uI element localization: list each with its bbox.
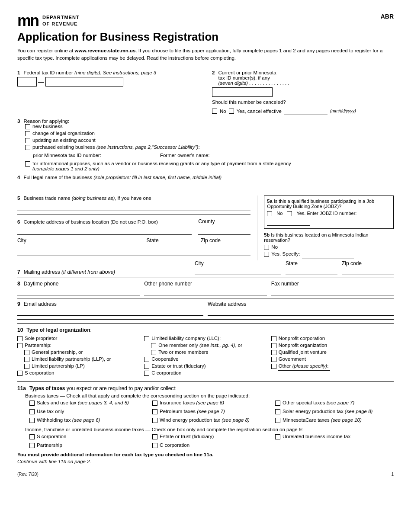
purchased-checkbox[interactable] [25,145,30,150]
prior-mn-input[interactable] [105,151,157,159]
change-legal-checkbox[interactable] [25,131,30,136]
website-label: Website address [208,301,394,307]
sole-proprietor-item: Sole proprietor [17,336,140,341]
other-special-taxes-checkbox[interactable] [275,401,280,406]
other-org-specify-line[interactable] [278,370,330,371]
other-special-taxes-item: Other special taxes (see page 7) [275,400,394,406]
reservation-yes-checkbox[interactable] [264,252,269,257]
llc-one-member-checkbox[interactable] [151,343,156,348]
mailing-state-label: State [286,260,337,266]
cooperative-item: Cooperative [144,356,267,362]
wind-energy-checkbox[interactable] [152,418,157,423]
sole-proprietor-checkbox[interactable] [17,336,22,341]
reservation-no-checkbox[interactable] [264,245,269,250]
unrelated-biz-income-checkbox[interactable] [275,434,280,439]
income-s-corp-item: S corporation [29,434,148,439]
cancel-no-label: No [220,109,226,114]
full-name-input[interactable] [17,182,394,191]
mailing-state-input[interactable] [286,266,337,275]
income-estate-trust-label: Estate or trust (fiduciary) [160,434,214,439]
fed-tax-box2[interactable] [45,77,123,87]
s-corp-checkbox[interactable] [17,371,22,376]
city-input-6[interactable] [17,244,142,252]
general-partnership-item: General partnership, or [24,349,140,355]
nonprofit-org-checkbox[interactable] [271,343,276,348]
use-tax-only-checkbox[interactable] [29,409,35,414]
city-state-row: City State Zip code [17,237,250,252]
general-partnership-checkbox[interactable] [24,350,29,355]
address-input[interactable] [17,226,192,235]
insurance-taxes-checkbox[interactable] [152,401,157,406]
section-3-label: Reason for applying: [23,119,69,124]
solar-energy-label: Solar energy production tax (see page 8) [283,409,372,414]
llc-checkbox[interactable] [144,336,149,341]
cancel-date-format: (mm/dd/yyyy) [330,109,356,113]
former-owner-input[interactable] [213,151,291,159]
mn-tax-input[interactable] [212,87,273,97]
estate-trust-item: Estate or trust (fiduciary) [144,363,267,369]
llp-checkbox[interactable] [24,357,29,362]
sales-use-tax-checkbox[interactable] [29,401,35,406]
section-11a-number: 11a [17,385,26,391]
intro-text: You can register online at www.revenue.s… [17,47,394,62]
cancel-no-checkbox[interactable] [212,109,217,114]
mailing-zip-label: Zip code [342,260,394,266]
other-phone-input[interactable] [144,287,267,295]
c-corp-checkbox[interactable] [144,371,149,376]
section-1-label: Federal tax ID number (nine digits). See… [23,70,156,75]
withholding-tax-checkbox[interactable] [29,418,35,423]
income-estate-trust-checkbox[interactable] [152,434,157,439]
fax-label: Fax number [271,281,394,287]
daytime-phone-input[interactable] [17,287,140,295]
qualified-jv-checkbox[interactable] [271,350,276,355]
cancel-date-input[interactable] [284,107,328,115]
reason-info-purposes: for informational purposes, such as a ve… [25,161,394,171]
org-col-2: Limited liability company (LLC): One mem… [144,336,267,377]
estate-trust-checkbox[interactable] [144,364,149,369]
reservation-specify-input[interactable] [302,251,354,259]
fed-tax-box1[interactable] [17,77,37,87]
petroleum-taxes-checkbox[interactable] [152,409,157,414]
mailing-zip-input[interactable] [342,266,394,275]
email-input[interactable] [17,307,203,316]
government-checkbox[interactable] [271,357,276,362]
cancel-yes-label: Yes, cancel effective [237,109,282,114]
info-purposes-label: for informational purposes, such as a ve… [32,161,291,171]
government-label: Government [279,356,306,362]
dept-text: DEPARTMENT OF REVENUE [42,14,80,28]
lp-checkbox[interactable] [24,364,29,369]
jobz-no-checkbox[interactable] [267,211,272,216]
section-3: 3 Reason for applying: new business chan… [17,119,394,171]
new-business-checkbox[interactable] [25,124,30,129]
mn-care-checkbox[interactable] [275,418,280,423]
income-s-corp-checkbox[interactable] [29,434,35,439]
jobz-id-input[interactable] [267,218,310,226]
jobz-yes-checkbox[interactable] [287,211,292,216]
income-estate-trust-item: Estate or trust (fiduciary) [152,434,271,439]
mailing-city-input[interactable] [195,266,281,275]
jobz-yes-label: Yes. Enter JOBZ ID number: [296,211,356,216]
cancel-label: Should this number be canceled? [212,99,286,105]
info-purposes-checkbox[interactable] [25,161,30,167]
fax-input[interactable] [271,287,394,295]
website-input[interactable] [208,307,394,316]
county-input[interactable] [198,226,250,235]
zip-input-6[interactable] [201,244,250,252]
former-owner-label: Former owner's name: [160,153,210,158]
solar-energy-checkbox[interactable] [275,409,280,414]
income-partnership-checkbox[interactable] [29,443,35,448]
other-org-checkbox[interactable] [271,364,276,369]
cancel-yes-checkbox[interactable] [229,109,234,114]
abr-label: ABR [381,13,394,20]
llc-two-member-checkbox[interactable] [151,350,156,355]
trade-name-input[interactable] [17,202,250,211]
cooperative-checkbox[interactable] [144,357,149,362]
updating-checkbox[interactable] [25,138,30,143]
state-input-6[interactable] [147,244,196,252]
purchased-label: purchased existing business (see instruc… [32,144,200,150]
income-c-corp-checkbox[interactable] [152,443,157,448]
partnership-checkbox[interactable] [17,343,22,348]
nonprofit-corp-checkbox[interactable] [271,336,276,341]
section-5a: 5a Is this a qualified business particip… [264,195,394,229]
llp-item: Limited liability partnership (LLP), or [24,356,140,362]
